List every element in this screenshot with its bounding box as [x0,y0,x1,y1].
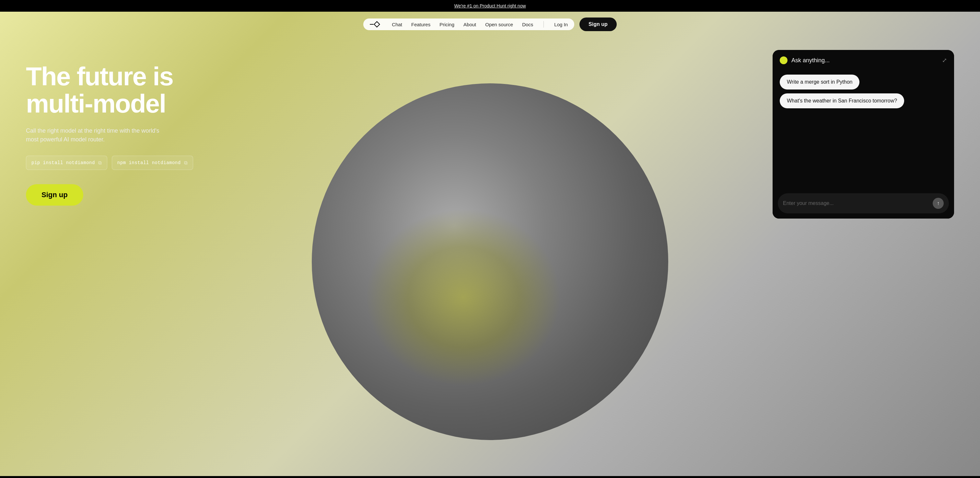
chat-ask-label: Ask anything... [791,57,830,64]
hero-content: The future is multi-model Call the right… [0,37,980,476]
nav-link-docs[interactable]: Docs [522,22,533,27]
chat-widget: Ask anything... ⤢ Write a merge sort in … [773,50,954,218]
chat-input-area: ↑ [773,190,954,218]
nav-link-pricing[interactable]: Pricing [439,22,454,27]
chat-expand-icon[interactable]: ⤢ [942,57,947,64]
hero-section: Chat Features Pricing About Open source … [0,12,980,476]
signup-hero-button[interactable]: Sign up [26,184,83,206]
hero-left: The future is multi-model Call the right… [26,50,193,206]
hero-subtitle: Call the right model at the right time w… [26,126,169,144]
chat-header: Ask anything... ⤢ [773,50,954,69]
code-npm-text: npm install notdiamond [117,160,181,166]
suggestion-1[interactable]: Write a merge sort in Python [780,75,859,89]
chat-input[interactable] [783,201,929,206]
chat-send-button[interactable]: ↑ [933,198,944,209]
copy-npm-icon[interactable]: ⧉ [184,160,188,166]
chat-input-wrapper: ↑ [778,193,949,214]
nav-link-features[interactable]: Features [411,22,430,27]
chat-messages: Write a merge sort in Python What's the … [773,69,954,190]
logo[interactable] [370,21,380,27]
logo-diamond-shape [374,21,380,27]
hero-title-line1: The future is [26,62,173,91]
hero-title-line2: multi-model [26,89,165,118]
code-snippets: pip install notdiamond ⧉ npm install not… [26,156,193,170]
product-hunt-banner[interactable]: We're #1 on Product Hunt right now [0,0,980,12]
login-link[interactable]: Log In [554,22,568,27]
code-pip[interactable]: pip install notdiamond ⧉ [26,156,107,170]
chat-avatar [780,56,788,64]
signup-nav-button[interactable]: Sign up [579,18,617,31]
code-npm[interactable]: npm install notdiamond ⧉ [112,156,193,170]
code-pip-text: pip install notdiamond [32,160,95,166]
hero-right: Ask anything... ⤢ Write a merge sort in … [773,50,954,218]
navbar: Chat Features Pricing About Open source … [0,12,980,37]
logo-dash [370,24,374,25]
copy-pip-icon[interactable]: ⧉ [98,160,102,166]
chat-header-left: Ask anything... [780,56,830,64]
nav-link-chat[interactable]: Chat [392,22,402,27]
hero-title: The future is multi-model [26,63,193,117]
navbar-pill: Chat Features Pricing About Open source … [363,19,574,30]
nav-link-opensource[interactable]: Open source [485,22,513,27]
nav-link-about[interactable]: About [463,22,476,27]
logo-icon [370,21,380,27]
suggestion-2[interactable]: What's the weather in San Francisco tomo… [780,93,904,108]
